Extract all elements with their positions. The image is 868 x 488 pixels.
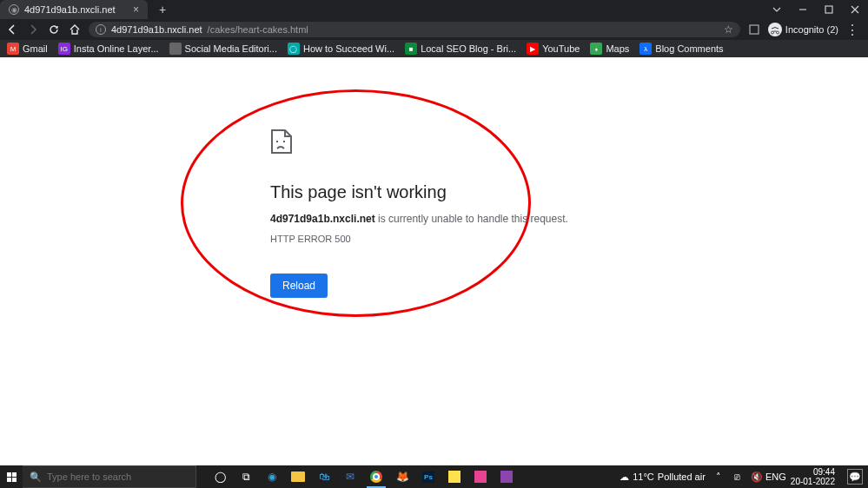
close-tab-icon[interactable]: × bbox=[133, 3, 139, 16]
tab-active[interactable]: ◉ 4d971d9a1b.nxcli.net × bbox=[0, 0, 148, 19]
new-tab-button[interactable]: + bbox=[155, 2, 170, 17]
bookmark-item[interactable]: ◯How to Succeed Wi... bbox=[288, 43, 394, 55]
kebab-menu-icon[interactable]: ⋮ bbox=[845, 23, 859, 36]
reload-button[interactable]: Reload bbox=[270, 274, 328, 298]
tab-strip: ◉ 4d971d9a1b.nxcli.net × + bbox=[0, 0, 868, 19]
bookmark-label: Blog Comments bbox=[655, 43, 723, 54]
bookmarks-bar: MGmailIGInsta Online Layer...Social Medi… bbox=[0, 40, 868, 57]
sad-document-icon bbox=[270, 129, 293, 155]
search-icon: 🔍 bbox=[30, 472, 42, 483]
bookmark-item[interactable]: Social Media Editori... bbox=[169, 43, 277, 55]
error-message-suffix: is currently unable to handle this reque… bbox=[375, 213, 568, 225]
back-icon[interactable] bbox=[5, 23, 19, 36]
error-message: 4d971d9a1b.nxcli.net is currently unable… bbox=[270, 213, 635, 225]
bookmark-label: YouTube bbox=[542, 43, 580, 54]
bookmark-label: Insta Online Layer... bbox=[74, 43, 159, 54]
clock-time: 09:44 bbox=[791, 467, 835, 477]
bookmark-label: Gmail bbox=[23, 43, 48, 54]
start-button[interactable] bbox=[0, 465, 23, 488]
error-container: This page isn't working 4d971d9a1b.nxcli… bbox=[270, 129, 635, 298]
browser-chrome: ◉ 4d971d9a1b.nxcli.net × + i 4d971d9a1b.… bbox=[0, 0, 868, 57]
app-icon-1[interactable] bbox=[467, 465, 494, 488]
incognito-icon bbox=[768, 23, 782, 36]
bookmark-item[interactable]: λBlog Comments bbox=[639, 43, 723, 55]
clock-date: 20-01-2022 bbox=[791, 477, 835, 486]
task-view-icon[interactable]: ⧉ bbox=[233, 465, 259, 488]
tab-title: 4d971d9a1b.nxcli.net bbox=[24, 4, 116, 15]
window-controls bbox=[764, 0, 868, 19]
ms-store-icon[interactable]: 🛍 bbox=[311, 465, 337, 488]
bookmark-favicon: ◯ bbox=[288, 43, 300, 55]
sticky-notes-icon[interactable] bbox=[441, 465, 467, 488]
mail-icon[interactable]: ✉ bbox=[337, 465, 363, 488]
taskbar-search[interactable]: 🔍 bbox=[23, 465, 196, 488]
bookmark-favicon: IG bbox=[58, 43, 70, 55]
svg-rect-4 bbox=[750, 25, 759, 34]
incognito-label: Incognito (2) bbox=[785, 24, 838, 35]
navigation-bar: i 4d971d9a1b.nxcli.net/cakes/heart-cakes… bbox=[0, 19, 868, 40]
bookmark-label: Local SEO Blog - Bri... bbox=[421, 43, 516, 54]
error-code: HTTP ERROR 500 bbox=[270, 234, 635, 244]
file-explorer-icon[interactable] bbox=[285, 465, 311, 488]
weather-cloud-icon: ☁ bbox=[620, 472, 629, 483]
window-dropdown-icon[interactable] bbox=[764, 0, 790, 19]
site-info-icon[interactable]: i bbox=[96, 24, 106, 35]
home-icon[interactable] bbox=[68, 23, 82, 36]
chrome-icon[interactable] bbox=[363, 465, 389, 488]
windows-taskbar: 🔍 ◯ ⧉ ◉ 🛍 ✉ 🦊 Ps ☁ 11°C Polluted air ˄ ⎚… bbox=[0, 465, 868, 488]
bookmark-favicon bbox=[169, 43, 182, 55]
photoshop-icon[interactable]: Ps bbox=[415, 465, 441, 488]
forward-icon[interactable] bbox=[26, 23, 40, 36]
svg-rect-1 bbox=[825, 6, 832, 13]
incognito-indicator[interactable]: Incognito (2) bbox=[768, 23, 838, 36]
extension-icon[interactable] bbox=[747, 23, 761, 36]
favicon-globe-icon: ◉ bbox=[9, 4, 19, 15]
tray-chevron-icon[interactable]: ˄ bbox=[712, 471, 725, 483]
bookmark-favicon: ■ bbox=[405, 43, 417, 55]
weather-widget[interactable]: ☁ 11°C Polluted air bbox=[620, 472, 706, 483]
cortana-icon[interactable]: ◯ bbox=[207, 465, 233, 488]
bookmark-label: Maps bbox=[606, 43, 629, 54]
weather-temp: 11°C bbox=[633, 472, 654, 482]
bookmark-label: How to Succeed Wi... bbox=[303, 43, 394, 54]
bookmark-star-icon[interactable]: ☆ bbox=[724, 23, 733, 36]
close-window-icon[interactable] bbox=[842, 0, 868, 19]
system-tray: ☁ 11°C Polluted air ˄ ⎚ 🔇 ENG 09:44 20-0… bbox=[620, 467, 868, 486]
firefox-icon[interactable]: 🦊 bbox=[389, 465, 415, 488]
bookmark-favicon: ▶ bbox=[527, 43, 539, 55]
reload-icon[interactable] bbox=[47, 23, 61, 36]
bookmark-label: Social Media Editori... bbox=[185, 43, 277, 54]
windows-logo-icon bbox=[7, 472, 17, 482]
svg-rect-5 bbox=[276, 141, 278, 142]
bookmark-item[interactable]: IGInsta Online Layer... bbox=[58, 43, 159, 55]
page-content: This page isn't working 4d971d9a1b.nxcli… bbox=[0, 57, 868, 465]
cast-icon[interactable]: ⎚ bbox=[732, 471, 744, 483]
language-indicator[interactable]: ENG bbox=[770, 471, 782, 483]
minimize-icon[interactable] bbox=[790, 0, 816, 19]
url-path: /cakes/heart-cakes.html bbox=[208, 24, 308, 35]
url-host: 4d971d9a1b.nxcli.net bbox=[111, 24, 202, 35]
bookmark-favicon: M bbox=[7, 43, 19, 55]
bookmark-item[interactable]: ⬧Maps bbox=[590, 43, 629, 55]
error-host: 4d971d9a1b.nxcli.net bbox=[270, 213, 375, 225]
address-bar[interactable]: i 4d971d9a1b.nxcli.net/cakes/heart-cakes… bbox=[89, 22, 740, 37]
bookmark-favicon: λ bbox=[639, 43, 652, 55]
error-title: This page isn't working bbox=[270, 182, 635, 202]
toolbar-right: Incognito (2) ⋮ bbox=[747, 23, 863, 36]
bookmark-item[interactable]: MGmail bbox=[7, 43, 48, 55]
bookmark-item[interactable]: ■Local SEO Blog - Bri... bbox=[405, 43, 516, 55]
clock[interactable]: 09:44 20-01-2022 bbox=[789, 467, 837, 486]
maximize-icon[interactable] bbox=[816, 0, 842, 19]
action-center-icon[interactable]: 💬 bbox=[847, 469, 863, 485]
taskbar-apps: ◯ ⧉ ◉ 🛍 ✉ 🦊 Ps bbox=[207, 465, 520, 488]
weather-desc: Polluted air bbox=[658, 472, 706, 482]
svg-rect-6 bbox=[283, 141, 285, 142]
app-icon-2[interactable] bbox=[494, 465, 520, 488]
volume-mute-icon[interactable]: 🔇 bbox=[751, 471, 763, 483]
bookmark-favicon: ⬧ bbox=[590, 43, 602, 55]
edge-icon[interactable]: ◉ bbox=[259, 465, 285, 488]
bookmark-item[interactable]: ▶YouTube bbox=[527, 43, 580, 55]
search-input[interactable] bbox=[47, 472, 177, 482]
